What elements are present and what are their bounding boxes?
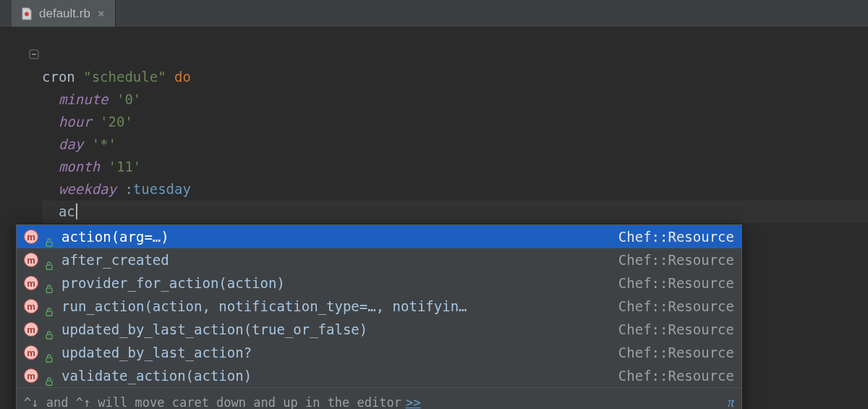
lock-icon	[44, 347, 56, 358]
completion-popup: maction(arg=…)Chef::Resourcemafter_creat…	[16, 224, 742, 409]
completion-label: run_action(action, notification_type=…, …	[61, 295, 467, 319]
method-badge-icon: m	[24, 229, 38, 244]
completion-label: validate_action(action)	[61, 364, 252, 388]
typed-prefix: ac	[59, 203, 75, 219]
svg-rect-7	[46, 358, 52, 362]
completion-origin: Chef::Resource	[618, 225, 734, 249]
pi-icon[interactable]: π	[728, 391, 734, 409]
code-block: cron "schedule" do minute '0' hour '20' …	[0, 43, 868, 223]
completion-label: updated_by_last_action?	[61, 341, 252, 365]
footer-hint: ^↓ and ^↑ will move caret down and up in…	[24, 391, 401, 409]
svg-rect-4	[46, 288, 52, 292]
completion-origin: Chef::Resource	[618, 341, 734, 365]
footer-more-link[interactable]: >>	[406, 391, 420, 409]
completion-item[interactable]: mupdated_by_last_action?Chef::Resource	[17, 341, 741, 364]
completion-origin: Chef::Resource	[618, 248, 734, 272]
method-badge-icon: m	[24, 299, 38, 313]
completion-item[interactable]: mafter_createdChef::Resource	[17, 248, 741, 271]
code-token: month	[59, 159, 100, 174]
completion-origin: Chef::Resource	[618, 364, 734, 388]
completion-origin: Chef::Resource	[618, 295, 734, 319]
code-token: :tuesday	[116, 181, 191, 197]
lock-icon	[44, 254, 56, 266]
code-token: '20'	[92, 114, 133, 130]
completion-label: action(arg=…)	[61, 225, 169, 249]
completion-label: updated_by_last_action(true_or_false)	[61, 318, 367, 342]
code-token: day	[59, 136, 83, 152]
completion-origin: Chef::Resource	[618, 318, 734, 342]
svg-rect-8	[46, 381, 52, 385]
lock-icon	[44, 300, 56, 312]
code-token: '11'	[100, 159, 141, 174]
completion-label: provider_for_action(action)	[61, 271, 285, 295]
lock-icon	[44, 277, 56, 289]
code-token: '*'	[83, 136, 116, 152]
svg-rect-2	[46, 242, 52, 246]
completion-item[interactable]: maction(arg=…)Chef::Resource	[17, 225, 741, 248]
lock-icon	[44, 231, 56, 243]
code-token: hour	[59, 114, 92, 130]
code-token: minute	[59, 91, 109, 107]
method-badge-icon: m	[24, 253, 38, 267]
code-token: do	[166, 69, 191, 85]
code-token: weekday	[59, 181, 116, 197]
method-badge-icon: m	[24, 322, 38, 337]
code-token: '0'	[109, 91, 142, 107]
completion-footer: ^↓ and ^↑ will move caret down and up in…	[17, 387, 741, 409]
lock-icon	[44, 370, 56, 381]
method-badge-icon: m	[24, 276, 38, 290]
tab-bar: default.rb ×	[0, 0, 868, 28]
svg-rect-3	[46, 265, 52, 269]
lock-icon	[44, 324, 56, 335]
completion-origin: Chef::Resource	[618, 271, 734, 295]
completion-label: after_created	[61, 248, 169, 272]
code-editor[interactable]: cron "schedule" do minute '0' hour '20' …	[0, 28, 868, 223]
code-token: cron	[42, 69, 83, 85]
completion-item[interactable]: mupdated_by_last_action(true_or_false)Ch…	[17, 318, 741, 341]
completion-item[interactable]: mprovider_for_action(action)Chef::Resour…	[17, 271, 741, 295]
completion-item[interactable]: mvalidate_action(action)Chef::Resource	[17, 364, 741, 387]
svg-rect-6	[46, 334, 52, 339]
text-caret	[76, 203, 77, 219]
fold-marker-icon[interactable]	[29, 46, 39, 56]
tab-label: default.rb	[39, 7, 90, 21]
method-badge-icon: m	[24, 345, 38, 360]
method-badge-icon: m	[24, 368, 38, 383]
completion-item[interactable]: mrun_action(action, notification_type=…,…	[17, 295, 741, 318]
ruby-file-icon	[20, 7, 33, 20]
svg-rect-5	[46, 311, 52, 316]
close-icon[interactable]: ×	[96, 7, 106, 20]
code-token: "schedule"	[83, 69, 166, 85]
tab-default-rb[interactable]: default.rb ×	[12, 0, 116, 27]
